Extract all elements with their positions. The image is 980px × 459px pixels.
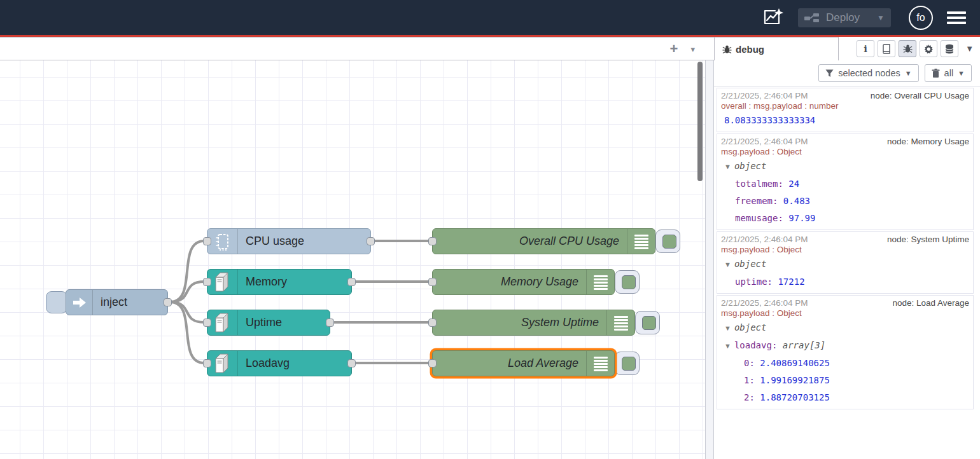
add-flow-button[interactable]: + (670, 43, 678, 55)
node-debug-overall-cpu-usage[interactable]: Overall CPU Usage (432, 228, 655, 254)
debug-list-icon (627, 229, 655, 254)
debug-property: msg.payload : Object (720, 147, 970, 158)
debug-clear-button[interactable]: all ▼ (925, 64, 972, 82)
node-uptime[interactable]: Uptime (207, 310, 330, 336)
debug-list-icon (586, 351, 614, 376)
sidebar-tabs-dropdown-button[interactable]: ▼ (965, 44, 974, 53)
input-port[interactable] (428, 319, 437, 327)
node-debug-memory-usage[interactable]: Memory Usage (432, 269, 615, 295)
collapse-caret-icon[interactable]: ▼ (724, 261, 731, 268)
collapse-caret-icon[interactable]: ▼ (724, 342, 731, 350)
debug-value: 17212 (778, 277, 804, 287)
image-sparkle-icon (762, 8, 783, 28)
debug-enable-toggle[interactable] (615, 270, 640, 294)
debug-source-node: node: Memory Usage (887, 137, 969, 146)
debug-value-row: ▼object (720, 256, 970, 273)
deploy-button[interactable]: Deploy ▼ (798, 8, 891, 27)
debug-value-row: 2: 1.88720703125 (720, 389, 970, 406)
output-port[interactable] (347, 359, 356, 367)
debug-timestamp: 2/21/2025, 2:46:04 PM (721, 235, 808, 244)
flow-assistant-button[interactable] (759, 5, 787, 31)
debug-message-meta: 2/21/2025, 2:46:04 PMnode: Memory Usage (720, 135, 970, 147)
sidebar-tool-context-button[interactable] (941, 40, 958, 57)
node-memory[interactable]: Memory (207, 269, 352, 295)
input-port[interactable] (203, 319, 211, 327)
output-port[interactable] (164, 298, 172, 306)
node-debug-system-uptime[interactable]: System Uptime (432, 310, 635, 336)
header: Deploy ▼ fo (0, 0, 980, 35)
collapse-caret-icon[interactable]: ▼ (724, 163, 731, 170)
sidebar-tool-debug-button[interactable] (899, 40, 916, 57)
debug-value: 1.99169921875 (760, 375, 830, 385)
input-port[interactable] (203, 359, 211, 367)
user-avatar[interactable]: fo (909, 6, 933, 30)
node-loadavg[interactable]: Loadavg (207, 350, 352, 376)
debug-value-row: uptime: 17212 (720, 273, 970, 291)
bug-icon (722, 45, 732, 54)
node-inject[interactable]: inject (66, 289, 168, 315)
gear-icon (923, 44, 934, 54)
canvas-vertical-scrollbar[interactable] (697, 62, 703, 181)
debug-key: loadavg: (734, 340, 783, 350)
sidebar-tool-config-button[interactable] (920, 40, 937, 57)
output-port[interactable] (326, 319, 334, 327)
debug-value-row: 1: 1.99169921875 (720, 372, 970, 389)
debug-list-icon (586, 270, 614, 294)
sidebar-tool-help-button[interactable] (878, 40, 895, 57)
output-port[interactable] (367, 237, 375, 245)
tab-debug[interactable]: debug (714, 37, 839, 60)
debug-type-label: object (734, 161, 767, 171)
debug-enable-toggle[interactable] (655, 230, 680, 253)
debug-value-row: ▼loadavg: array[3] (720, 337, 970, 355)
debug-message: 2/21/2025, 2:46:04 PMnode: Memory Usagem… (717, 134, 974, 230)
node-cpu-usage[interactable]: CPU usage (207, 228, 371, 254)
debug-value-row: 0: 2.40869140625 (720, 355, 970, 372)
input-port[interactable] (203, 278, 211, 286)
output-port[interactable] (347, 278, 356, 286)
debug-filter-button[interactable]: selected nodes ▼ (818, 64, 918, 82)
debug-property: msg.payload : Object (720, 245, 970, 256)
flow-list-dropdown-button[interactable]: ▾ (690, 45, 695, 54)
debug-enable-toggle[interactable] (635, 311, 660, 334)
debug-type-label: array[3] (783, 340, 825, 350)
computer-tower-icon (207, 310, 238, 335)
debug-key: totalmem: (735, 179, 788, 189)
debug-source-node: node: Load Average (892, 298, 969, 308)
funnel-icon (825, 69, 834, 78)
wire (170, 282, 204, 302)
node-debug-load-average[interactable]: Load Average (432, 350, 615, 376)
database-icon (944, 44, 955, 54)
cpu-chip-icon (207, 229, 238, 254)
debug-property: overall : msg.payload : number (720, 101, 970, 112)
debug-message: 2/21/2025, 2:46:04 PMnode: System Uptime… (717, 231, 974, 294)
input-port[interactable] (203, 237, 211, 245)
debug-value-row: totalmem: 24 (720, 175, 970, 193)
book-icon (881, 44, 892, 54)
input-port[interactable] (428, 237, 437, 245)
chevron-down-icon: ▼ (958, 69, 965, 77)
debug-type-label: object (734, 322, 767, 332)
debug-filter-label: selected nodes (838, 68, 900, 78)
input-port[interactable] (428, 359, 437, 367)
input-port[interactable] (428, 278, 437, 286)
debug-list-icon (606, 310, 634, 335)
inject-trigger-button[interactable] (46, 291, 67, 313)
main-menu-button[interactable] (947, 11, 966, 24)
debug-message-meta: 2/21/2025, 2:46:04 PMnode: Load Average (720, 297, 970, 308)
debug-filter-row: selected nodes ▼ all ▼ (714, 60, 980, 86)
sidebar-splitter[interactable] (705, 60, 714, 459)
debug-messages[interactable]: 2/21/2025, 2:46:04 PMnode: Overall CPU U… (717, 88, 974, 459)
debug-type-label: object (734, 259, 767, 269)
sidebar-tool-info-button[interactable]: i (857, 40, 874, 57)
flow-canvas[interactable]: inject CPU usage (0, 60, 705, 459)
debug-value: 8.083333333333334 (724, 115, 815, 125)
debug-value: 97.99 (788, 213, 815, 223)
debug-enable-toggle[interactable] (615, 352, 640, 375)
avatar-initials: fo (916, 12, 925, 24)
deploy-dropdown-caret-icon[interactable]: ▼ (877, 13, 885, 22)
debug-value: 24 (788, 179, 799, 189)
collapse-caret-icon[interactable]: ▼ (724, 324, 731, 332)
debug-value: 0.483 (783, 196, 810, 206)
debug-source-node: node: System Uptime (887, 235, 969, 244)
debug-key: 1: (744, 375, 760, 385)
